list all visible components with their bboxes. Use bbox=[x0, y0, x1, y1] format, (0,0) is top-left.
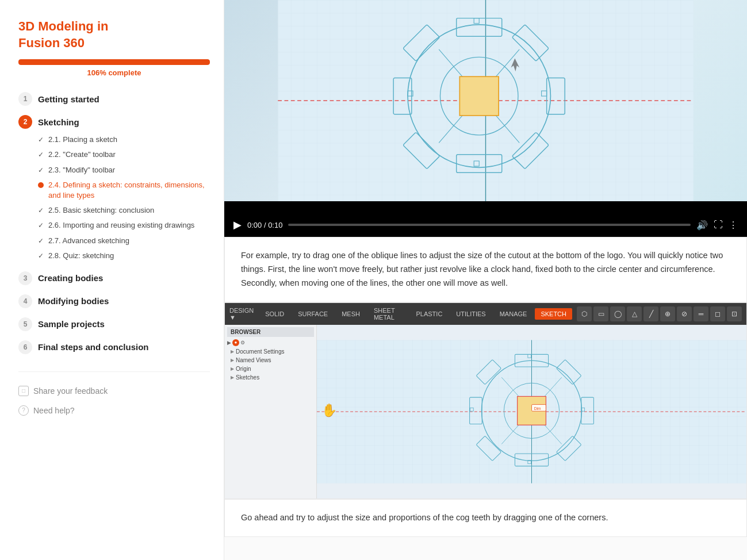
fullscreen-button[interactable]: ⛶ bbox=[714, 220, 723, 230]
help-icon: ? bbox=[18, 405, 29, 416]
volume-button[interactable]: 🔊 bbox=[696, 220, 708, 231]
video-frame-svg bbox=[224, 0, 747, 201]
time-display: 0:00 / 0:10 bbox=[247, 221, 282, 229]
lesson-item-2-8[interactable]: ✓ 2.8. Quiz: sketching bbox=[38, 248, 210, 263]
lesson-item-2-5[interactable]: ✓ 2.5. Basic sketching: conclusion bbox=[38, 203, 210, 218]
tab-surface[interactable]: SURFACE bbox=[292, 308, 334, 320]
lesson-text-2-4: 2.4. Defining a sketch: constraints, dim… bbox=[48, 180, 210, 201]
main-content: ▶ 0:00 / 0:10 🔊 ⛶ ⋮ For example, try to … bbox=[224, 0, 747, 560]
progress-percent: 106% bbox=[87, 68, 106, 77]
lesson-check-2-5: ✓ bbox=[38, 206, 44, 214]
video-thumbnail bbox=[224, 0, 747, 201]
section-header-4[interactable]: 4 Modifying bodies bbox=[18, 291, 210, 312]
share-feedback-label: Share your feedback bbox=[33, 386, 108, 396]
content-block-2: Go ahead and try to adjust the size and … bbox=[224, 499, 747, 537]
lesson-text-2-6: 2.6. Importing and reusing existing draw… bbox=[48, 220, 194, 231]
need-help-label: Need help? bbox=[33, 406, 75, 415]
canvas-svg: Dim bbox=[317, 325, 746, 498]
bottom-links: □ Share your feedback ? Need help? bbox=[18, 371, 210, 420]
tab-plastic[interactable]: PLASTIC bbox=[410, 308, 448, 320]
browser-item-named-views[interactable]: ▶ Named Views bbox=[227, 356, 314, 365]
lesson-text-2-5: 2.5. Basic sketching: conclusion bbox=[48, 205, 154, 216]
browser-header: BROWSER bbox=[227, 327, 314, 337]
section-header-5[interactable]: 5 Sample projects bbox=[18, 314, 210, 335]
browser-active-indicator: ● bbox=[232, 339, 239, 346]
section-num-3: 3 bbox=[18, 271, 32, 285]
section-num-2: 2 bbox=[18, 115, 32, 129]
fusion-toolbar: DESIGN ▼ SOLID SURFACE MESH SHEET METAL … bbox=[225, 303, 746, 325]
nav-section-3: 3 Creating bodies bbox=[18, 268, 210, 289]
lesson-item-2-7[interactable]: ✓ 2.7. Advanced sketching bbox=[38, 233, 210, 248]
lesson-item-2-1[interactable]: ✓ 2.1. Placing a sketch bbox=[38, 132, 210, 147]
toolbar-icon-8[interactable]: ═ bbox=[694, 306, 708, 321]
video-progress-track[interactable] bbox=[288, 224, 691, 226]
lesson-item-2-3[interactable]: ✓ 2.3. "Modify" toolbar bbox=[38, 163, 210, 178]
share-feedback-link[interactable]: □ Share your feedback bbox=[18, 381, 210, 401]
lesson-text-2-1: 2.1. Placing a sketch bbox=[48, 135, 117, 145]
tab-solid[interactable]: SOLID bbox=[259, 308, 290, 320]
lesson-item-2-2[interactable]: ✓ 2.2. "Create" toolbar bbox=[38, 147, 210, 162]
lesson-check-2-1: ✓ bbox=[38, 136, 44, 144]
lesson-item-2-4[interactable]: 2.4. Defining a sketch: constraints, dim… bbox=[38, 178, 210, 203]
toolbar-icon-7[interactable]: ⊘ bbox=[677, 306, 692, 321]
lesson-check-2-2: ✓ bbox=[38, 151, 44, 159]
lesson-list-2: ✓ 2.1. Placing a sketch ✓ 2.2. "Create" … bbox=[18, 132, 210, 263]
content-text-2: Go ahead and try to adjust the size and … bbox=[241, 511, 730, 525]
section-label-6: Final steps and conclusion bbox=[38, 342, 149, 352]
browser-item-doc-settings[interactable]: ▶ Document Settings bbox=[227, 347, 314, 356]
section-label-1: Getting started bbox=[38, 94, 99, 104]
section-header-6[interactable]: 6 Final steps and conclusion bbox=[18, 337, 210, 358]
browser-toolbar: ▶ ● ⚙ bbox=[227, 338, 314, 347]
sidebar: 3D Modeling in Fusion 360 106% complete … bbox=[0, 0, 224, 560]
video-player: ▶ 0:00 / 0:10 🔊 ⛶ ⋮ bbox=[224, 0, 747, 237]
lesson-check-2-8: ✓ bbox=[38, 252, 44, 260]
tab-mesh[interactable]: MESH bbox=[336, 308, 366, 320]
browser-item-origin[interactable]: ▶ Origin bbox=[227, 365, 314, 373]
more-options-button[interactable]: ⋮ bbox=[729, 220, 738, 231]
toolbar-icon-6[interactable]: ⊕ bbox=[660, 306, 675, 321]
section-header-3[interactable]: 3 Creating bodies bbox=[18, 268, 210, 289]
toolbar-icon-1[interactable]: ⬡ bbox=[577, 306, 592, 321]
section-header-1[interactable]: 1 Getting started bbox=[18, 89, 210, 109]
section-label-3: Creating bodies bbox=[38, 273, 103, 283]
toolbar-icon-2[interactable]: ▭ bbox=[593, 306, 608, 321]
course-title: 3D Modeling in Fusion 360 bbox=[18, 18, 210, 51]
progress-bar-container bbox=[18, 59, 210, 65]
browser-item-sketches[interactable]: ▶ Sketches bbox=[227, 373, 314, 382]
section-label-2: Sketching bbox=[38, 117, 79, 127]
toolbar-icon-9[interactable]: ◻ bbox=[710, 306, 725, 321]
lesson-item-2-6[interactable]: ✓ 2.6. Importing and reusing existing dr… bbox=[38, 218, 210, 233]
section-num-1: 1 bbox=[18, 92, 32, 106]
design-dropdown[interactable]: DESIGN ▼ bbox=[229, 307, 254, 321]
section-num-6: 6 bbox=[18, 340, 32, 354]
toolbar-icon-5[interactable]: ╱ bbox=[643, 306, 658, 321]
svg-rect-18 bbox=[459, 76, 499, 116]
app-area: BROWSER ▶ ● ⚙ ▶ Document Settings ▶ Name… bbox=[225, 325, 746, 498]
toolbar-icon-4[interactable]: △ bbox=[627, 306, 642, 321]
progress-label: 106% complete bbox=[18, 68, 210, 77]
nav-section-4: 4 Modifying bodies bbox=[18, 291, 210, 312]
toolbar-icons: ⬡ ▭ ◯ △ ╱ ⊕ ⊘ ═ ◻ ⊡ bbox=[577, 306, 742, 321]
nav-section-6: 6 Final steps and conclusion bbox=[18, 337, 210, 358]
lesson-text-2-2: 2.2. "Create" toolbar bbox=[48, 149, 116, 160]
progress-complete-label: complete bbox=[108, 68, 141, 77]
content-text-1: For example, try to drag one of the obli… bbox=[241, 249, 730, 290]
nav-section-1: 1 Getting started bbox=[18, 89, 210, 109]
toolbar-icon-3[interactable]: ◯ bbox=[610, 306, 625, 321]
need-help-link[interactable]: ? Need help? bbox=[18, 401, 210, 420]
progress-bar-fill bbox=[18, 59, 210, 65]
section-header-2[interactable]: 2 Sketching bbox=[18, 112, 210, 132]
hand-cursor-icon: ✋ bbox=[321, 403, 337, 418]
screenshot-area: DESIGN ▼ SOLID SURFACE MESH SHEET METAL … bbox=[224, 302, 747, 499]
tab-manage[interactable]: MANAGE bbox=[494, 308, 533, 320]
tab-sheet-metal[interactable]: SHEET METAL bbox=[368, 305, 408, 323]
lesson-text-2-3: 2.3. "Modify" toolbar bbox=[48, 165, 115, 175]
comment-icon: □ bbox=[18, 386, 29, 396]
browser-panel: BROWSER ▶ ● ⚙ ▶ Document Settings ▶ Name… bbox=[225, 325, 317, 498]
tab-utilities[interactable]: UTILITIES bbox=[450, 308, 491, 320]
toolbar-icon-10[interactable]: ⊡ bbox=[727, 306, 742, 321]
lesson-dot-2-4 bbox=[38, 182, 44, 188]
play-button[interactable]: ▶ bbox=[233, 218, 242, 231]
section-num-4: 4 bbox=[18, 294, 32, 308]
tab-sketch[interactable]: SKETCH bbox=[535, 308, 572, 320]
